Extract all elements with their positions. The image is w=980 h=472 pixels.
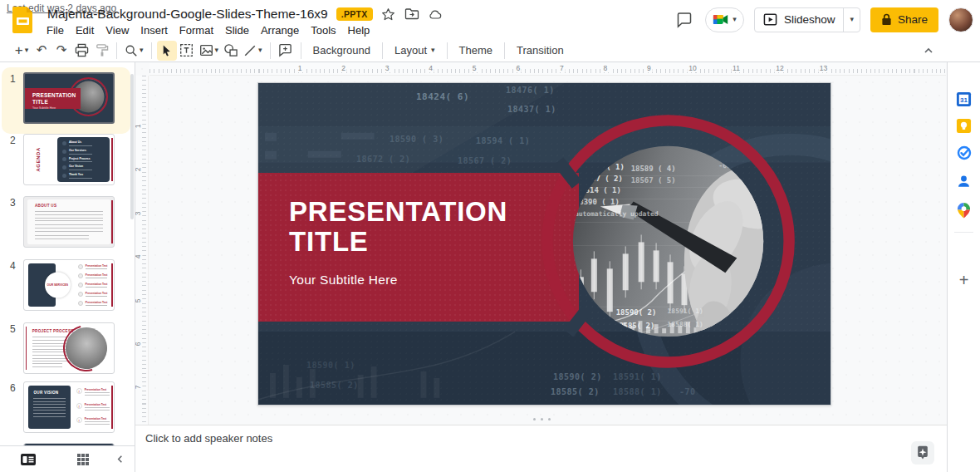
slideshow-caret[interactable]: ▾ <box>843 7 860 32</box>
print-button[interactable] <box>71 41 91 61</box>
vertical-ruler: 1234567 <box>135 76 149 425</box>
slide-canvas[interactable]: 18424( 6)18476( 1)18437( 1)18590 ( 3)185… <box>257 82 831 406</box>
ruler-number: 7 <box>558 64 566 72</box>
slide-thumbnail-2[interactable]: AGENDAAbout UsOur ServicesProject Proces… <box>23 134 115 185</box>
ruler-number: 2 <box>340 64 347 72</box>
zoom-button[interactable]: ▾ <box>122 41 146 61</box>
svg-text:18567 ( 2): 18567 ( 2) <box>578 175 623 183</box>
slideshow-button[interactable]: Slideshow ▾ <box>754 7 860 32</box>
star-icon[interactable] <box>381 7 396 22</box>
menu-item-help[interactable]: Help <box>342 22 376 38</box>
toolbar-collapse-icon[interactable] <box>919 41 938 61</box>
toolbar: +▾ ↶ ↷ ▾ ▾ ▾ Background Layout▾ Theme Tr… <box>0 39 980 62</box>
svg-text:18585( 2): 18585( 2) <box>615 322 655 330</box>
speaker-notes[interactable]: Click to add speaker notes <box>135 425 947 472</box>
ruler-number: 13 <box>818 64 829 72</box>
share-button[interactable]: Share <box>870 7 938 32</box>
svg-text:18567 ( 5): 18567 ( 5) <box>631 176 676 184</box>
svg-text:18589 ( 4): 18589 ( 4) <box>631 165 676 173</box>
ruler-number: 4 <box>427 64 434 72</box>
transition-button[interactable]: Transition <box>510 41 571 61</box>
slide-number: 3 <box>10 197 16 209</box>
get-addons-button[interactable]: + <box>959 271 969 290</box>
menu-item-insert[interactable]: Insert <box>135 22 174 38</box>
avatar[interactable] <box>948 7 973 32</box>
menu-item-view[interactable]: View <box>100 22 135 38</box>
menu-item-slide[interactable]: Slide <box>219 22 255 38</box>
background-button[interactable]: Background <box>306 41 377 61</box>
maps-icon[interactable] <box>956 202 973 219</box>
insert-comment-button[interactable] <box>276 41 296 61</box>
svg-text:18590( 2): 18590( 2) <box>616 308 657 317</box>
redo-button[interactable]: ↷ <box>51 41 71 61</box>
meet-caret-icon: ▾ <box>733 16 737 23</box>
calendar-icon[interactable]: 31 <box>956 91 973 107</box>
header: Majenta-Background-Google-Slides-Theme-1… <box>0 0 980 39</box>
undo-button[interactable]: ↶ <box>32 41 51 61</box>
svg-text:18591( 1): 18591( 1) <box>668 307 703 315</box>
slide-number: 2 <box>10 135 16 146</box>
insert-line-button[interactable]: ▾ <box>241 41 265 61</box>
menu-item-arrange[interactable]: Arrange <box>255 22 305 38</box>
menu-item-tools[interactable]: Tools <box>305 22 341 38</box>
keep-icon[interactable] <box>956 117 973 134</box>
panel-collapse-icon[interactable] <box>115 454 125 465</box>
slide-thumbnail-1[interactable]: PRESENTATION TITLEYour Subtitle Here <box>23 72 115 124</box>
contacts-icon[interactable] <box>956 173 973 189</box>
slides-logo-icon[interactable] <box>12 6 34 34</box>
comment-history-icon[interactable] <box>674 9 695 31</box>
slide-number: 6 <box>10 382 16 394</box>
menu-item-file[interactable]: File <box>41 22 70 38</box>
slide-number: 4 <box>10 260 16 272</box>
layout-button[interactable]: Layout▾ <box>388 41 442 61</box>
menu-item-format[interactable]: Format <box>174 22 219 38</box>
svg-text:18514 ( 1): 18514 ( 1) <box>576 186 621 194</box>
select-cursor-button[interactable] <box>157 41 177 61</box>
ruler-number: 6 <box>514 64 522 72</box>
tasks-icon[interactable] <box>956 145 973 161</box>
new-slide-button[interactable]: +▾ <box>12 41 32 61</box>
filmstrip-view-icon[interactable] <box>20 453 37 466</box>
slide[interactable]: 18424( 6)18476( 1)18437( 1)18590 ( 3)185… <box>258 83 831 405</box>
slide-thumbnail-4[interactable]: OUR SERVICESPresentation TextPresentatio… <box>23 259 115 311</box>
slide-row-1: 1PRESENTATION TITLEYour Subtitle Here <box>0 72 135 130</box>
grid-view-icon[interactable] <box>76 453 90 466</box>
slide-thumbnail-6[interactable]: OUR VISION!Presentation Text!Presentatio… <box>23 381 115 433</box>
slide-row-4: 4OUR SERVICESPresentation TextPresentati… <box>0 259 135 317</box>
slide-row-2: 2AGENDAAbout UsOur ServicesProject Proce… <box>0 134 135 192</box>
explore-button[interactable] <box>911 441 934 465</box>
slide-thumbnail-5[interactable]: PROJECT PROCESS <box>23 322 115 374</box>
filmstrip-panel[interactable]: 1PRESENTATION TITLEYour Subtitle Here2AG… <box>0 62 135 445</box>
slide-thumbnail-3[interactable]: ABOUT US <box>23 196 115 248</box>
insert-image-button[interactable]: ▾ <box>197 41 222 61</box>
side-panel: 31 + <box>947 39 980 472</box>
menu-bar: FileEditViewInsertFormatSlideArrangeTool… <box>41 22 375 38</box>
slide-row-6: 6OUR VISION!Presentation Text!Presentati… <box>0 381 135 440</box>
menu-item-edit[interactable]: Edit <box>70 22 100 38</box>
paint-format-button[interactable] <box>91 41 111 61</box>
speaker-notes-placeholder[interactable]: Click to add speaker notes <box>145 432 272 445</box>
ruler-number: 1 <box>296 64 304 72</box>
text-box-button[interactable] <box>177 41 197 61</box>
circle-photo-group: 18594 ( 1)18589 ( 4)18567 ( 2)18567 ( 5)… <box>258 83 831 406</box>
cloud-status-icon[interactable] <box>428 7 443 22</box>
document-title[interactable]: Majenta-Background-Google-Slides-Theme-1… <box>47 7 328 22</box>
svg-text:31: 31 <box>960 96 968 103</box>
svg-text:18390 ( 1): 18390 ( 1) <box>575 198 620 206</box>
ruler-number: 5 <box>471 64 478 72</box>
side-panel-divider <box>954 232 973 233</box>
meet-button[interactable]: ▾ <box>705 7 744 32</box>
insert-shape-button[interactable] <box>221 41 241 61</box>
ruler-number: 10 <box>687 64 698 72</box>
ruler-number: 8 <box>601 64 609 72</box>
theme-button[interactable]: Theme <box>453 41 499 61</box>
move-folder-icon[interactable] <box>404 7 419 22</box>
filmstrip-bottom-bar <box>0 445 135 472</box>
pptx-badge: .PPTX <box>336 7 373 21</box>
notes-resize-handle[interactable] <box>533 418 551 420</box>
slide-row-3: 3ABOUT US <box>0 196 135 254</box>
horizontal-ruler: 12345678910111213 <box>149 63 946 76</box>
svg-text:automatically updated: automatically updated <box>575 210 659 218</box>
slide-number: 5 <box>10 323 16 335</box>
slideshow-play-icon <box>763 12 777 27</box>
